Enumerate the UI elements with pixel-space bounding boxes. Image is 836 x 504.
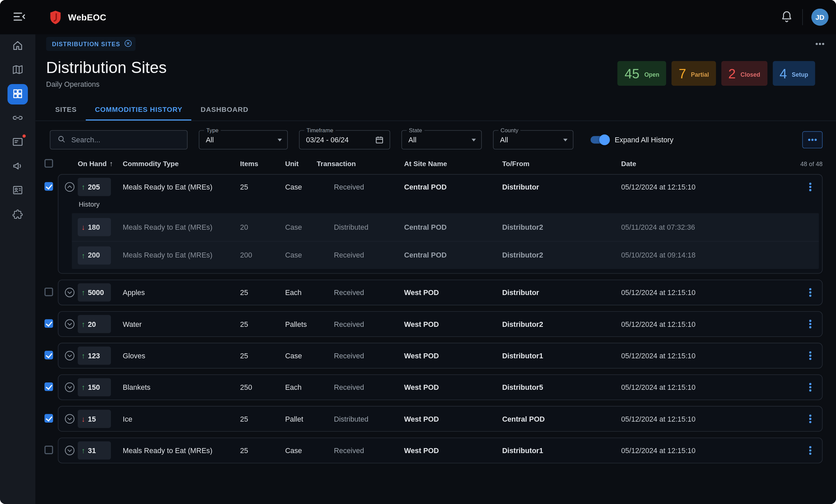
page-more-button[interactable] xyxy=(813,38,828,50)
user-avatar[interactable]: JD xyxy=(811,9,828,26)
column-header-site[interactable]: At Site Name xyxy=(404,159,502,168)
sidebar-item-map[interactable] xyxy=(7,60,28,80)
open-label: Open xyxy=(644,71,660,77)
expand-row-button[interactable] xyxy=(64,413,75,425)
kebab-icon xyxy=(809,323,811,325)
expand-row-button[interactable] xyxy=(64,350,75,361)
column-header-to-from[interactable]: To/From xyxy=(502,159,621,168)
chevron-circle-icon xyxy=(64,445,75,457)
expand-row-button[interactable] xyxy=(64,181,75,193)
tab-sites[interactable]: SITES xyxy=(46,99,86,120)
tab-commodities-history[interactable]: COMMODITIES HISTORY xyxy=(86,99,192,120)
unit-cell: Case xyxy=(285,251,317,259)
row-main: ↑ 123 Gloves 25 Case Received West POD D… xyxy=(58,343,822,368)
row-count: 48 of 48 xyxy=(800,161,823,167)
table-row: ↑ 150 Blankets 250 Each Received West PO… xyxy=(44,374,822,400)
row-menu-button[interactable] xyxy=(804,179,817,195)
expand-row-button[interactable] xyxy=(64,287,75,298)
type-filter-select[interactable]: Type All xyxy=(199,130,288,150)
transaction-cell: Received xyxy=(317,288,404,296)
row-checkbox[interactable] xyxy=(44,351,53,360)
direction-arrow-icon: ↑ xyxy=(81,288,85,297)
row-menu-button[interactable] xyxy=(804,379,817,395)
expand-row-button[interactable] xyxy=(64,445,75,457)
county-filter-select[interactable]: County All xyxy=(493,130,573,150)
row-menu-button[interactable] xyxy=(804,348,817,364)
direction-arrow-icon: ↑ xyxy=(81,320,85,329)
history-row: ↑ 200 Meals Ready to Eat (MREs) 200 Case… xyxy=(72,241,819,269)
row-checkbox[interactable] xyxy=(44,414,53,423)
commodity-type-cell: Water xyxy=(122,320,240,328)
notifications-button[interactable] xyxy=(780,10,794,24)
menu-toggle-button[interactable] xyxy=(12,10,27,25)
tab-dashboard[interactable]: DASHBOARD xyxy=(192,99,258,120)
timeframe-filter[interactable]: Timeframe 03/24 - 06/24 xyxy=(299,130,390,150)
transaction-cell: Received xyxy=(317,320,404,328)
to-from-cell: Distributor1 xyxy=(502,352,621,360)
closed-count: 2 xyxy=(728,66,736,81)
direction-arrow-icon: ↑ xyxy=(81,182,85,191)
row-menu-button[interactable] xyxy=(804,442,817,459)
more-horizontal-icon xyxy=(819,43,821,45)
expand-row-button[interactable] xyxy=(64,382,75,393)
commodity-type-cell: Ice xyxy=(122,415,240,423)
commodity-type-cell: Meals Ready to Eat (MREs) xyxy=(122,446,240,454)
transaction-cell: Received xyxy=(317,352,404,360)
row-checkbox[interactable] xyxy=(44,288,53,296)
on-hand-header-label: On Hand xyxy=(78,159,107,168)
direction-arrow-icon: ↓ xyxy=(81,223,85,231)
expand-all-history-toggle[interactable]: Expand All History xyxy=(591,136,673,144)
column-header-items[interactable]: Items xyxy=(240,159,285,168)
items-cell: 25 xyxy=(240,415,285,423)
filter-bar: Type All Timeframe 03/24 - 06/24 State A… xyxy=(36,121,836,149)
row-card: ↑ 123 Gloves 25 Case Received West POD D… xyxy=(58,343,822,369)
column-header-date[interactable]: Date xyxy=(621,159,803,168)
state-filter-select[interactable]: State All xyxy=(401,130,482,150)
sidebar-item-forms[interactable] xyxy=(7,132,28,153)
row-card: ↓ 15 Ice 25 Pallet Distributed West POD … xyxy=(58,406,822,432)
to-from-cell: Distributor xyxy=(502,183,621,191)
row-menu-button[interactable] xyxy=(804,411,817,427)
table-header-row: On Hand ↑ Commodity Type Items Unit Tran… xyxy=(44,159,822,174)
row-checkbox[interactable] xyxy=(44,182,53,191)
forms-icon xyxy=(12,136,23,149)
on-hand-value: 150 xyxy=(88,383,100,391)
column-header-unit[interactable]: Unit xyxy=(285,159,317,168)
type-filter-label: Type xyxy=(204,127,221,133)
transaction-cell: Received xyxy=(317,383,404,391)
search-input[interactable] xyxy=(71,136,180,144)
row-checkbox[interactable] xyxy=(44,446,53,454)
row-menu-button[interactable] xyxy=(804,316,817,332)
row-checkbox[interactable] xyxy=(44,319,53,328)
table-row: ↑ 5000 Apples 25 Each Received West POD … xyxy=(44,279,822,305)
chevron-circle-icon xyxy=(64,318,75,330)
sidebar-item-boards[interactable] xyxy=(7,84,28,104)
sidebar-item-broadcast[interactable] xyxy=(7,156,28,177)
row-menu-button[interactable] xyxy=(804,284,817,301)
more-filters-button[interactable] xyxy=(802,131,822,148)
sidebar-item-links[interactable] xyxy=(7,108,28,129)
expand-row-button[interactable] xyxy=(64,318,75,330)
links-icon xyxy=(12,112,23,125)
type-filter-value: All xyxy=(206,136,214,144)
more-horizontal-icon xyxy=(811,139,813,141)
column-header-commodity[interactable]: Commodity Type xyxy=(122,159,240,168)
close-circle-icon[interactable] xyxy=(124,39,133,49)
sidebar-item-home[interactable] xyxy=(7,36,28,56)
row-checkbox[interactable] xyxy=(44,383,53,391)
bell-icon xyxy=(780,10,793,24)
breadcrumb-chip[interactable]: DISTRIBUTION SITES xyxy=(46,37,136,51)
select-all-checkbox[interactable] xyxy=(44,159,53,168)
sidebar-item-contacts[interactable] xyxy=(7,180,28,201)
search-icon xyxy=(57,134,66,146)
site-name-cell: Central POD xyxy=(404,183,502,191)
on-hand-indicator: ↓ 180 xyxy=(78,218,111,236)
unit-cell: Case xyxy=(285,352,317,360)
column-header-on-hand[interactable]: On Hand ↑ xyxy=(78,159,122,168)
sidebar-item-plugins[interactable] xyxy=(7,205,28,225)
open-count: 45 xyxy=(625,66,639,81)
chevron-down-icon xyxy=(563,138,568,141)
app-window: WebEOC JD xyxy=(0,0,836,504)
column-header-transaction[interactable]: Transaction xyxy=(317,159,404,168)
on-hand-value: 31 xyxy=(88,446,96,454)
